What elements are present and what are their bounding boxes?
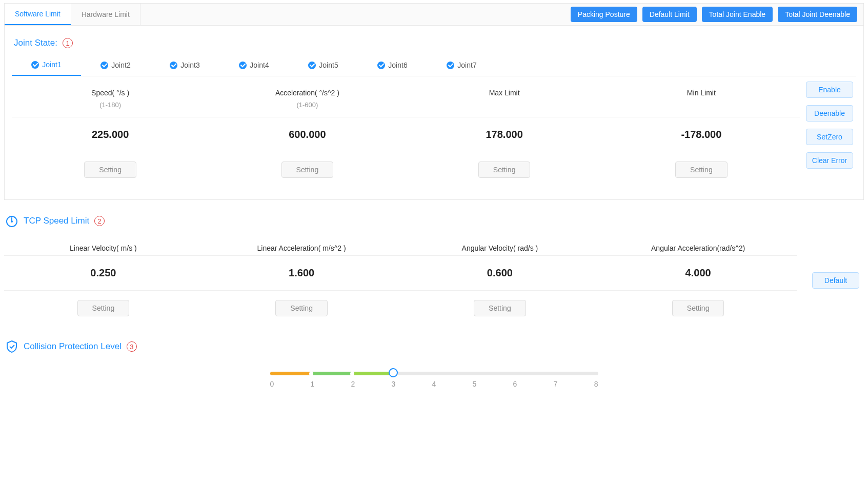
collision-section: Collision Protection Level 3 0 1 xyxy=(4,340,864,389)
check-icon xyxy=(377,62,385,69)
enable-button[interactable]: Enable xyxy=(806,82,853,98)
min-setting-button[interactable]: Setting xyxy=(675,161,728,178)
angacc-setting-button[interactable]: Setting xyxy=(672,300,724,316)
tick: 3 xyxy=(392,380,396,388)
joint-setting-row: Setting Setting Setting Setting xyxy=(12,152,800,187)
check-icon xyxy=(31,61,39,69)
slider-ticks: 0 1 2 3 4 5 6 7 8 xyxy=(270,380,598,388)
tcp-header-row: Linear Velocity( m/s ) Linear Accelerati… xyxy=(4,235,797,256)
tick: 7 xyxy=(554,380,558,388)
check-icon xyxy=(308,62,316,69)
setzero-button[interactable]: SetZero xyxy=(806,129,853,145)
joint-state-panel: Joint State: 1 Joint1 Joint2 Joint3 Join… xyxy=(4,26,864,200)
collision-title: Collision Protection Level 3 xyxy=(5,340,864,353)
joint-tab-4[interactable]: Joint4 xyxy=(219,55,289,76)
top-action-buttons: Packing Posture Default Limit Total Join… xyxy=(571,7,863,22)
tcp-value-row: 0.250 1.600 0.600 4.000 xyxy=(4,256,797,291)
joint-tab-5[interactable]: Joint5 xyxy=(289,55,358,76)
svg-point-1 xyxy=(11,220,13,223)
speed-setting-button[interactable]: Setting xyxy=(84,161,136,178)
check-icon xyxy=(170,62,177,69)
collision-slider-wrap: 0 1 2 3 4 5 6 7 8 xyxy=(4,369,864,389)
joint-tab-3[interactable]: Joint3 xyxy=(150,55,219,76)
tcp-title: TCP Speed Limit 2 xyxy=(5,214,864,228)
joint-state-title: Joint State: 1 xyxy=(14,38,856,48)
shield-icon xyxy=(5,340,18,353)
check-icon xyxy=(447,62,454,69)
joint-header-row: Speed( °/s ) Acceleration( °/s^2 ) Max L… xyxy=(12,79,800,100)
joint-tab-label: Joint2 xyxy=(111,61,130,69)
gauge-icon xyxy=(5,214,18,228)
packing-posture-button[interactable]: Packing Posture xyxy=(571,7,637,22)
joint-tab-label: Joint5 xyxy=(319,61,338,69)
joint-tabs: Joint1 Joint2 Joint3 Joint4 Joint5 Joint… xyxy=(12,55,856,76)
angvel-setting-button[interactable]: Setting xyxy=(474,300,526,316)
linvel-setting-button[interactable]: Setting xyxy=(77,300,130,316)
top-bar: Software Limit Hardware Limit Packing Po… xyxy=(4,3,864,26)
title-label: TCP Speed Limit xyxy=(24,216,89,226)
tick: 5 xyxy=(473,380,477,388)
deenable-button[interactable]: Deenable xyxy=(806,105,853,122)
col-max-range xyxy=(406,100,603,117)
tick: 2 xyxy=(351,380,355,388)
angacc-header: Angular Acceleration(rad/s^2) xyxy=(599,235,797,255)
tab-hardware-limit[interactable]: Hardware Limit xyxy=(71,4,140,25)
collision-slider[interactable]: 0 1 2 3 4 5 6 7 8 xyxy=(270,369,598,389)
title-label: Joint State: xyxy=(14,38,57,48)
joint-tab-7[interactable]: Joint7 xyxy=(427,55,496,76)
angvel-header: Angular Velocity( rad/s ) xyxy=(401,235,599,255)
tcp-speed-limit-section: TCP Speed Limit 2 Linear Velocity( m/s )… xyxy=(4,214,864,326)
linvel-header: Linear Velocity( m/s ) xyxy=(4,235,203,255)
total-joint-deenable-button[interactable]: Total Joint Deenable xyxy=(778,7,857,22)
annotation-3-icon: 3 xyxy=(127,341,137,352)
linacc-header: Linear Acceleration( m/s^2 ) xyxy=(203,235,401,255)
joint-tab-label: Joint7 xyxy=(457,61,476,69)
tab-software-limit[interactable]: Software Limit xyxy=(5,4,71,25)
linacc-setting-button[interactable]: Setting xyxy=(275,300,328,316)
title-label: Collision Protection Level xyxy=(24,341,122,352)
joint-tab-6[interactable]: Joint6 xyxy=(358,55,427,76)
accel-setting-button[interactable]: Setting xyxy=(281,161,334,178)
tcp-default-button[interactable]: Default xyxy=(812,272,859,289)
joint-value-row: 225.000 600.000 178.000 -178.000 xyxy=(12,117,800,152)
tick: 4 xyxy=(432,380,436,388)
tcp-setting-row: Setting Setting Setting Setting xyxy=(4,291,797,326)
tcp-side: Default xyxy=(797,235,864,326)
accel-value: 600.000 xyxy=(209,117,406,152)
angacc-value: 4.000 xyxy=(599,256,797,290)
check-icon xyxy=(100,62,108,69)
min-value: -178.000 xyxy=(603,117,800,152)
main-tabs: Software Limit Hardware Limit xyxy=(5,4,140,25)
tick: 1 xyxy=(311,380,315,388)
joint-tab-2[interactable]: Joint2 xyxy=(81,55,150,76)
angvel-value: 0.600 xyxy=(401,256,599,290)
col-max-header: Max Limit xyxy=(406,79,603,100)
max-setting-button[interactable]: Setting xyxy=(478,161,531,178)
col-min-range xyxy=(603,100,800,117)
joint-tab-label: Joint1 xyxy=(42,60,61,69)
annotation-2-icon: 2 xyxy=(94,216,105,226)
joint-tab-label: Joint6 xyxy=(388,61,407,69)
joint-tab-label: Joint3 xyxy=(180,61,199,69)
linacc-value: 1.600 xyxy=(203,256,401,290)
clear-error-button[interactable]: Clear Error xyxy=(806,152,853,169)
col-accel-range: (1-600) xyxy=(209,100,406,117)
joint-tab-label: Joint4 xyxy=(250,61,269,69)
speed-value: 225.000 xyxy=(12,117,209,152)
max-value: 178.000 xyxy=(406,117,603,152)
tick: 0 xyxy=(270,380,274,388)
col-accel-header: Acceleration( °/s^2 ) xyxy=(209,79,406,100)
linvel-value: 0.250 xyxy=(4,256,203,290)
check-icon xyxy=(239,62,247,69)
tick: 8 xyxy=(594,380,598,388)
col-speed-range: (1-180) xyxy=(12,100,209,117)
col-speed-header: Speed( °/s ) xyxy=(12,79,209,100)
joint-tab-1[interactable]: Joint1 xyxy=(12,55,81,76)
slider-handle[interactable] xyxy=(389,368,398,377)
total-joint-enable-button[interactable]: Total Joint Enable xyxy=(702,7,773,22)
joint-range-row: (1-180) (1-600) xyxy=(12,100,800,117)
col-min-header: Min Limit xyxy=(603,79,800,100)
tick: 6 xyxy=(513,380,517,388)
default-limit-button[interactable]: Default Limit xyxy=(642,7,697,22)
joint-side-buttons: Enable Deenable SetZero Clear Error xyxy=(800,79,856,187)
